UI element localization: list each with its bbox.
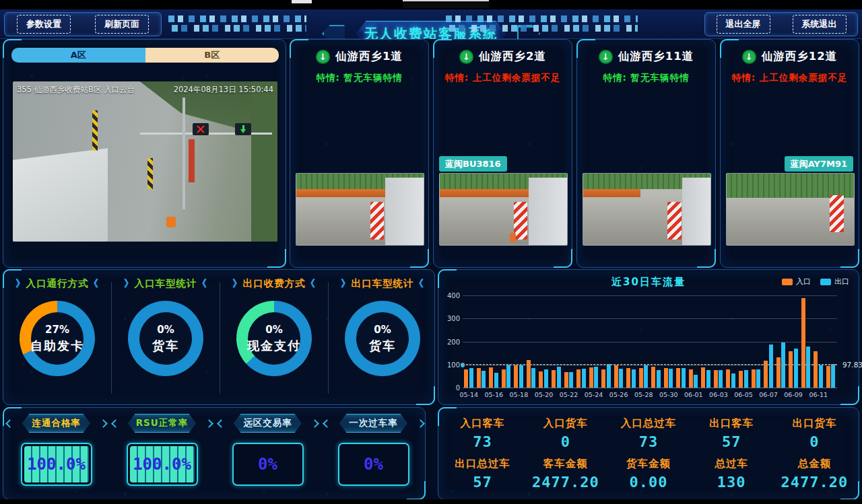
camera-overlay-title: 355 仙游西乡收费站B区 入口云台 bbox=[17, 85, 135, 95]
legend-item-entry[interactable]: 入口 bbox=[782, 277, 811, 287]
screen-artifact bbox=[292, 0, 312, 3]
camera-barrel bbox=[166, 217, 176, 227]
bar-entry bbox=[689, 369, 693, 388]
zone-camera-panel: A区 B区 355 仙游西乡收费站B区 入口云台 2024年08月13日 15:… bbox=[3, 39, 286, 268]
bar-exit bbox=[557, 367, 561, 388]
bar-entry bbox=[539, 371, 543, 388]
bar-entry bbox=[752, 369, 756, 388]
bar-entry bbox=[789, 351, 793, 388]
lane-online-icon: ↓ bbox=[316, 50, 330, 64]
bar-entry bbox=[601, 369, 605, 388]
tab-zone-a[interactable]: A区 bbox=[11, 48, 145, 63]
bar-entry bbox=[477, 368, 481, 388]
refresh-page-button[interactable]: 刷新页面 bbox=[95, 15, 149, 34]
donut-title: 》出口车型统计《 bbox=[329, 277, 436, 290]
camera-hedge bbox=[251, 81, 277, 242]
settings-button[interactable]: 参数设置 bbox=[17, 15, 71, 34]
bar-exit bbox=[569, 372, 573, 388]
bar-exit bbox=[469, 368, 473, 388]
bar-exit bbox=[544, 369, 548, 388]
legend-swatch-entry bbox=[782, 279, 793, 285]
bar-exit bbox=[494, 373, 498, 388]
stat-entry-trucks: 入口货车0 bbox=[524, 413, 607, 454]
bar-entry bbox=[651, 367, 655, 388]
header-right-button-group: 退出全屏 系统退出 bbox=[704, 12, 858, 36]
lane-online-icon: ↓ bbox=[742, 50, 756, 64]
lane-panel-3: ↓ 仙游西乡11道 特情: 暂无车辆特情 bbox=[576, 39, 716, 268]
lane-online-icon: ↓ bbox=[459, 50, 473, 64]
bar-exit bbox=[506, 365, 510, 388]
camera-red-banner bbox=[189, 139, 195, 182]
bar-entry bbox=[564, 372, 568, 388]
daily-stats-panel: 入口客车73 入口货车0 入口总过车73 出口客车57 出口货车0 出口总过车5… bbox=[438, 407, 859, 500]
header-deco-blocks-left bbox=[168, 15, 306, 32]
bar-exit bbox=[482, 371, 486, 388]
gauge-title-connectivity: 连通合格率 bbox=[17, 414, 96, 433]
donut-title: 》入口车型统计《 bbox=[112, 277, 220, 290]
lane-panel-4: ↓ 仙游西乡12道 特情: 上工位剩余票据不足 蓝闽AY7M91 bbox=[720, 39, 859, 268]
system-exit-button[interactable]: 系统退出 bbox=[793, 15, 847, 34]
legend-swatch-exit bbox=[820, 279, 831, 285]
traffic-chart-panel: 近30日车流量 入口 出口 010020030040005-1405-1605-… bbox=[438, 269, 859, 405]
gauge-far-zone: 0% bbox=[232, 443, 304, 486]
legend-item-exit[interactable]: 出口 bbox=[820, 277, 849, 287]
header-deco-blocks-right bbox=[446, 15, 638, 32]
bar-exit bbox=[831, 364, 835, 388]
lane-panel-1: ↓ 仙游西乡1道 特情: 暂无车辆特情 bbox=[290, 39, 429, 268]
bar-entry bbox=[589, 367, 593, 388]
bar-exit bbox=[744, 370, 748, 388]
gauge-title-one-pass: 一次过车率 bbox=[334, 414, 413, 433]
tab-zone-b[interactable]: B区 bbox=[145, 48, 279, 63]
ptz-camera-view[interactable]: 355 仙游西乡收费站B区 入口云台 2024年08月13日 15:50:44 bbox=[13, 81, 277, 242]
zone-tabs: A区 B区 bbox=[11, 48, 279, 63]
ratio-donuts-panel: 》入口通行方式《 27%自助发卡 》入口车型统计《 0%货车 》出口收费方式《 … bbox=[3, 269, 435, 405]
lane-online-icon: ↓ bbox=[599, 50, 613, 64]
bar-entry bbox=[676, 368, 680, 388]
bar-exit bbox=[694, 375, 698, 388]
lane-status: 特情: 上工位剩余票据不足 bbox=[721, 72, 859, 84]
bar-exit bbox=[531, 368, 535, 388]
bar-entry bbox=[639, 368, 643, 388]
lane-camera-view[interactable] bbox=[583, 173, 711, 246]
bar-entry bbox=[664, 368, 668, 388]
bottom-black-strip bbox=[0, 499, 862, 504]
traffic-chart-plot: 010020030040005-1405-1605-1805-2005-2205… bbox=[463, 295, 837, 388]
stat-entry-cars: 入口客车73 bbox=[441, 413, 524, 454]
donut-title: 》出口收费方式《 bbox=[220, 277, 328, 290]
lane-camera-view[interactable] bbox=[726, 173, 855, 246]
stat-total-amount: 总金额2477.20 bbox=[773, 454, 856, 494]
camera-striped-pole bbox=[92, 110, 98, 151]
bar-entry bbox=[814, 351, 818, 388]
license-plate-badge: 蓝闽BU3816 bbox=[439, 156, 507, 172]
rate-gauges-panel: 连通合格率 100.0% RSU正常率 100.0% 远区交易率 0% 一次过车… bbox=[3, 407, 426, 500]
header-bar: 参数设置 刷新页面 无人收费站客服系统 退出全屏 系统退出 bbox=[0, 9, 862, 39]
bar-exit bbox=[819, 365, 823, 388]
bar-entry bbox=[552, 370, 556, 388]
bar-entry bbox=[576, 369, 581, 388]
lane-name: 仙游西乡11道 bbox=[618, 49, 694, 64]
bar-entry bbox=[464, 369, 468, 388]
bar-exit bbox=[669, 369, 673, 388]
camera-overlay-timestamp: 2024年08月13日 15:50:44 bbox=[174, 85, 273, 95]
bar-exit bbox=[806, 347, 810, 388]
bar-entry bbox=[826, 366, 830, 388]
exit-fullscreen-button[interactable]: 退出全屏 bbox=[717, 15, 770, 34]
gauge-one-pass: 0% bbox=[338, 443, 409, 486]
lane-camera-view[interactable] bbox=[439, 173, 568, 246]
bar-exit bbox=[682, 368, 686, 388]
bar-exit bbox=[719, 370, 723, 388]
camera-striped-pole bbox=[147, 158, 153, 189]
bar-exit bbox=[769, 345, 773, 388]
bar-entry bbox=[776, 357, 781, 388]
bar-exit bbox=[632, 369, 636, 388]
stat-exit-trucks: 出口货车0 bbox=[773, 413, 856, 454]
gauge-title-far-zone: 远区交易率 bbox=[228, 414, 308, 433]
bar-exit bbox=[582, 369, 586, 388]
bar-exit bbox=[619, 369, 623, 388]
camera-booth-roof bbox=[13, 149, 108, 242]
donut-title: 》入口通行方式《 bbox=[3, 277, 111, 290]
stat-total-vehicles: 总过车130 bbox=[690, 454, 773, 494]
lane-status: 特情: 暂无车辆特情 bbox=[577, 72, 715, 84]
lane-camera-view[interactable] bbox=[296, 173, 424, 246]
donut-chart-exit-payment-mode: 0%现金支付 bbox=[236, 301, 312, 376]
